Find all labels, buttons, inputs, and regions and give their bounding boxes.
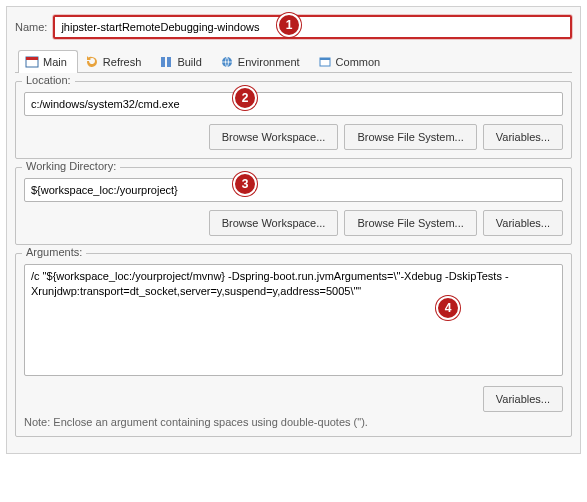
working-dir-input[interactable] [24, 178, 563, 202]
name-input[interactable] [53, 15, 572, 39]
environment-icon [220, 55, 234, 69]
build-icon [159, 55, 173, 69]
arguments-textarea[interactable] [24, 264, 563, 376]
main-icon [25, 55, 39, 69]
working-dir-group: Working Directory: Browse Workspace... B… [15, 167, 572, 245]
config-panel: Name: 1 Main Refresh Build Env [6, 6, 581, 454]
svg-rect-6 [320, 58, 330, 60]
working-dir-browse-filesystem-button[interactable]: Browse File System... [344, 210, 476, 236]
tab-build[interactable]: Build [152, 50, 212, 73]
working-dir-variables-button[interactable]: Variables... [483, 210, 563, 236]
arguments-button-row: Variables... [24, 386, 563, 412]
arguments-variables-button[interactable]: Variables... [483, 386, 563, 412]
tab-build-label: Build [177, 56, 201, 68]
tab-common[interactable]: Common [311, 50, 392, 73]
working-dir-button-row: Browse Workspace... Browse File System..… [24, 210, 563, 236]
location-button-row: Browse Workspace... Browse File System..… [24, 124, 563, 150]
tab-environment-label: Environment [238, 56, 300, 68]
arguments-label: Arguments: [22, 246, 86, 258]
tab-main[interactable]: Main [18, 50, 78, 73]
working-dir-label: Working Directory: [22, 160, 120, 172]
arguments-note: Note: Enclose an argument containing spa… [24, 416, 563, 428]
tab-environment[interactable]: Environment [213, 50, 311, 73]
arguments-group: Arguments: Variables... Note: Enclose an… [15, 253, 572, 437]
refresh-icon [85, 55, 99, 69]
location-browse-workspace-button[interactable]: Browse Workspace... [209, 124, 339, 150]
svg-rect-1 [26, 57, 38, 60]
tab-refresh[interactable]: Refresh [78, 50, 153, 73]
location-label: Location: [22, 74, 75, 86]
location-browse-filesystem-button[interactable]: Browse File System... [344, 124, 476, 150]
location-input[interactable] [24, 92, 563, 116]
working-dir-browse-workspace-button[interactable]: Browse Workspace... [209, 210, 339, 236]
tab-refresh-label: Refresh [103, 56, 142, 68]
location-variables-button[interactable]: Variables... [483, 124, 563, 150]
tab-bar: Main Refresh Build Environment Common [15, 49, 572, 73]
svg-rect-3 [167, 57, 171, 67]
svg-rect-2 [161, 57, 165, 67]
tab-main-label: Main [43, 56, 67, 68]
tab-common-label: Common [336, 56, 381, 68]
name-label: Name: [15, 21, 47, 33]
location-group: Location: Browse Workspace... Browse Fil… [15, 81, 572, 159]
name-row: Name: 1 [15, 15, 572, 39]
common-icon [318, 55, 332, 69]
